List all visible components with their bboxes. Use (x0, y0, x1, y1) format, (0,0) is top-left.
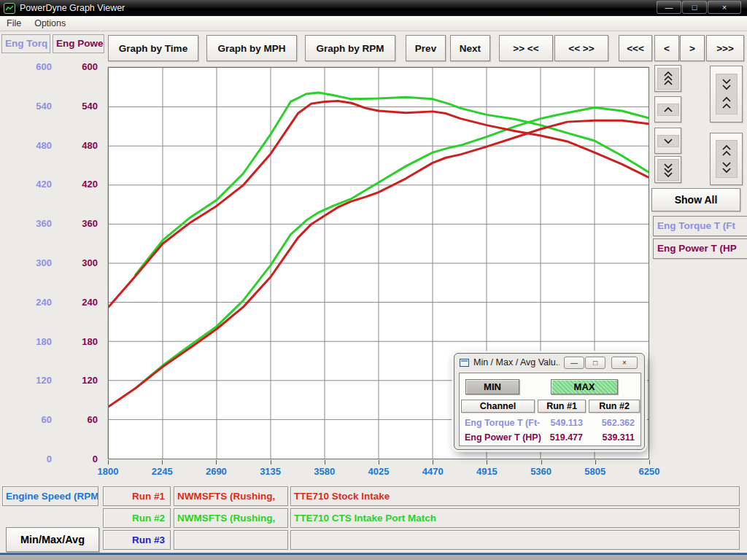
scroll-left-button[interactable]: < (654, 35, 679, 61)
x-tick-label: 5360 (516, 466, 567, 477)
channel-button-power[interactable]: Eng Power T (HP (653, 238, 747, 259)
powerdyne-window: PowerDyne Graph Viewer — □ × File Option… (0, 0, 747, 560)
show-all-button[interactable]: Show All (651, 188, 740, 211)
scroll-down-fast-button[interactable] (654, 156, 681, 183)
x-tick-label: 3135 (245, 466, 296, 477)
chevrons-diverge-icon (716, 140, 738, 178)
run2-operator-field[interactable]: NWMSFTS (Rushing, (174, 508, 288, 528)
minmax-window-title: Min / Max / Avg Valu... (473, 357, 560, 368)
y-tick-label: 240 (82, 296, 98, 309)
triple-chevron-down-icon (657, 159, 679, 181)
prev-button[interactable]: Prev (406, 35, 446, 61)
menu-options[interactable]: Options (28, 17, 72, 30)
y-tick-label: 180 (82, 335, 98, 349)
run1-operator-field[interactable]: NWMSFTS (Rushing, (174, 486, 288, 506)
next-button[interactable]: Next (450, 35, 490, 61)
tab-eng-power[interactable]: Eng Power (53, 34, 104, 53)
x-tick-label: 2245 (136, 466, 187, 477)
y-tick-label: 600 (82, 61, 98, 74)
zoom-in-x-button[interactable]: >> << (499, 35, 553, 61)
minmax-maximize-button[interactable]: □ (585, 357, 605, 369)
y-tick-label: 240 (36, 296, 52, 309)
zoom-out-x-button[interactable]: << >> (554, 35, 608, 61)
y-tick-label: 420 (36, 178, 52, 191)
x-channel-field[interactable]: Engine Speed (RPM (2, 486, 98, 506)
y-tick-label: 0 (47, 453, 52, 466)
minmax-panel: MIN MAX Channel Run #1 Run #2 Eng Torque… (459, 373, 641, 446)
x-tick-mark (271, 460, 271, 464)
y-tick-label: 180 (36, 335, 52, 349)
chevron-up-icon (657, 104, 679, 116)
graph-by-rpm-button[interactable]: Graph by RPM (305, 35, 395, 61)
run3-operator-field[interactable] (174, 530, 288, 550)
x-tick-label: 4025 (353, 466, 404, 477)
x-tick-label: 4470 (407, 466, 458, 477)
menu-bar: File Options (0, 16, 747, 31)
y-tick-label: 540 (82, 100, 98, 113)
curve-runrunrunrunrun2-power (136, 107, 649, 388)
y-tick-label: 0 (93, 453, 98, 466)
y-tick-label: 60 (88, 413, 98, 427)
column-header-channel[interactable]: Channel (461, 400, 535, 413)
y-tick-label: 600 (36, 61, 52, 74)
y-tick-label: 300 (36, 257, 52, 270)
x-tick-mark (325, 460, 325, 464)
x-tick-mark (649, 460, 650, 464)
max-button[interactable]: MAX (551, 379, 618, 394)
x-tick-mark (108, 460, 109, 464)
zoom-out-y-button[interactable] (710, 133, 743, 185)
x-tick-mark (162, 460, 163, 464)
y-tick-label: 480 (36, 139, 52, 152)
graph-by-mph-button[interactable]: Graph by MPH (206, 35, 297, 61)
y-tick-label: 480 (82, 139, 98, 152)
scroll-up-button[interactable] (654, 96, 681, 122)
x-tick-mark (433, 460, 433, 464)
column-header-run1[interactable]: Run #1 (538, 400, 586, 413)
zoom-in-y-button[interactable] (710, 66, 743, 122)
scroll-down-button[interactable] (654, 128, 681, 154)
close-button[interactable]: × (708, 1, 741, 14)
taskbar-strip (0, 553, 747, 560)
y-tick-label: 360 (36, 217, 52, 230)
maximize-button[interactable]: □ (682, 1, 707, 14)
run2-label: Run #2 (103, 508, 171, 528)
column-header-run2[interactable]: Run #2 (589, 400, 640, 413)
min-button[interactable]: MIN (465, 379, 519, 394)
min-max-avg-button[interactable]: Min/Max/Avg (6, 527, 99, 552)
power-max-run2-value: 539.311 (588, 432, 635, 443)
minimize-button[interactable]: — (657, 1, 681, 14)
minmax-close-button[interactable]: × (611, 357, 638, 369)
triple-chevron-up-icon (657, 68, 679, 90)
scroll-right-button[interactable]: > (680, 35, 705, 61)
channel-button-torque[interactable]: Eng Torque T (Ft (653, 216, 747, 236)
run1-description-field[interactable]: TTE710 Stock Intake (290, 486, 740, 506)
power-max-run1-value: 519.477 (536, 432, 583, 443)
scroll-left-fast-button[interactable]: <<< (619, 35, 652, 61)
minmax-row-torque-label: Eng Torque T (Ft- (465, 418, 540, 428)
minmax-window-icon (460, 359, 469, 367)
x-tick-mark (216, 460, 217, 464)
graph-by-time-button[interactable]: Graph by Time (108, 35, 198, 61)
run3-label: Run #3 (103, 530, 171, 550)
window-title: PowerDyne Graph Viewer (20, 3, 125, 13)
scroll-right-fast-button[interactable]: >>> (706, 35, 744, 61)
scroll-up-fast-button[interactable] (654, 65, 681, 92)
torque-max-run1-value: 549.113 (536, 418, 583, 428)
x-tick-label: 1800 (82, 466, 133, 477)
menu-file[interactable]: File (0, 17, 28, 30)
x-tick-mark (541, 460, 542, 464)
x-tick-label: 6250 (624, 466, 675, 477)
run3-description-field[interactable] (290, 530, 740, 550)
y-tick-label: 120 (82, 374, 98, 387)
y-tick-label: 120 (36, 374, 52, 387)
torque-axis-labels: 600540480420360300240180120600 (0, 0, 53, 560)
minmax-minimize-button[interactable]: — (564, 357, 584, 369)
run2-description-field[interactable]: TTE710 CTS Intake Port Match (290, 508, 740, 528)
chevron-down-icon (657, 135, 679, 147)
x-tick-label: 2690 (190, 466, 241, 477)
minmax-title-bar[interactable]: Min / Max / Avg Valu... — □ × (454, 354, 644, 371)
x-tick-mark (379, 460, 379, 464)
y-tick-label: 540 (36, 100, 52, 113)
tab-eng-torque[interactable]: Eng Torq (1, 34, 50, 53)
curve-runrunrunrunrun2-torque (136, 93, 649, 275)
